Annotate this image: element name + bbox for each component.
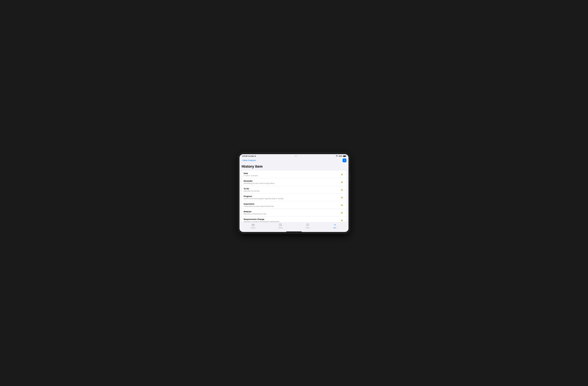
list-item-refactor[interactable]: Refactor Describe a refactoring of code … [242, 209, 346, 217]
lock-icon-refactor: 🔒 [341, 212, 343, 214]
side-button [350, 174, 350, 182]
lock-icon-reminder: 🔒 [341, 181, 343, 183]
svg-point-9 [308, 225, 308, 225]
list-item-subtitle-experiment: A discussion of some experimental code [244, 205, 341, 207]
journal-icon [279, 223, 282, 227]
home-indicator [239, 231, 349, 232]
main-content: History Item Note A note or comment 🔒 › … [239, 163, 349, 222]
list-item-todo[interactable]: To Do Describe a to-do item 🔒 › [242, 186, 346, 194]
home-bar [286, 231, 302, 232]
tab-issues-label: Issues [306, 227, 310, 229]
status-bar-center [294, 156, 297, 156]
back-button-label: Other Features [243, 159, 256, 162]
list-item-content-progress: Progress Used to document progress (typi… [244, 195, 341, 200]
chevron-right-requirements: › [344, 219, 344, 221]
add-icon: + [344, 159, 345, 162]
more-icon [334, 223, 336, 227]
navigation-bar: ‹ Other Features + [239, 158, 349, 163]
dot-1 [294, 156, 295, 156]
list-item-right-requirements: 🔒 › [341, 219, 344, 221]
list-item-content-requirements: Requirements Change Describe a change in… [244, 218, 341, 222]
list-item-subtitle-reminder: Something you don't want to forget about [244, 182, 341, 184]
list-item-subtitle-requirements: Describe a change in the project's requi… [244, 221, 341, 222]
svg-point-11 [335, 224, 336, 225]
tab-more-label: More [334, 227, 336, 229]
tab-more[interactable]: More [321, 223, 349, 229]
tab-issues[interactable]: Issues [294, 223, 321, 229]
lock-icon-note: 🔒 [341, 173, 343, 175]
list-container: Note A note or comment 🔒 › Reminder Some… [242, 171, 346, 222]
chevron-right-reminder: › [344, 181, 344, 183]
tab-journal-label: Journal [278, 227, 283, 229]
tab-projects[interactable]: Projects [239, 223, 267, 229]
dot-2 [295, 156, 296, 156]
list-item-title-experiment: Experiment [244, 203, 341, 205]
tab-bar: Projects Journal [239, 222, 349, 231]
list-item-subtitle-refactor: Describe a refactoring of code [244, 213, 341, 215]
chevron-right-experiment: › [344, 204, 344, 206]
lock-icon-requirements: 🔒 [341, 219, 343, 221]
list-item-subtitle-note: A note or comment [244, 175, 341, 177]
tab-journal[interactable]: Journal [267, 223, 294, 229]
list-item-title-note: Note [244, 172, 341, 174]
list-item-title-requirements: Requirements Change [244, 218, 341, 220]
list-item-right-progress: 🔒 › [341, 196, 344, 198]
lock-icon-todo: 🔒 [341, 189, 343, 191]
list-item-right-refactor: 🔒 › [341, 212, 344, 214]
list-item-right-todo: 🔒 › [341, 189, 344, 191]
list-item-title-todo: To Do [244, 187, 341, 190]
lock-icon-experiment: 🔒 [341, 204, 343, 206]
list-item-subtitle-todo: Describe a to-do item [244, 190, 341, 192]
list-item-note[interactable]: Note A note or comment 🔒 › [242, 171, 346, 178]
list-item-experiment[interactable]: Experiment A discussion of some experime… [242, 201, 346, 209]
date-display: Sun Mar 10 [248, 155, 256, 157]
status-bar-right: 100% [336, 155, 346, 157]
svg-point-7 [308, 225, 309, 226]
projects-icon [252, 223, 254, 227]
svg-point-13 [334, 224, 335, 225]
issues-icon [306, 223, 309, 227]
list-item-title-reminder: Reminder [244, 180, 341, 182]
list-item-title-refactor: Refactor [244, 210, 341, 213]
list-item-reminder[interactable]: Reminder Something you don't want to for… [242, 178, 346, 186]
svg-rect-0 [252, 224, 254, 226]
svg-point-12 [335, 225, 336, 225]
list-item-right-note: 🔒 › [341, 173, 344, 175]
list-item-content-reminder: Reminder Something you don't want to for… [244, 180, 341, 184]
lock-icon-progress: 🔒 [341, 196, 343, 198]
status-bar-left: 3:33 PM Sun Mar 10 [242, 155, 256, 157]
add-button[interactable]: + [342, 159, 346, 162]
battery-percent: 100% [339, 155, 342, 157]
tab-projects-label: Projects [251, 227, 255, 229]
svg-point-5 [308, 224, 309, 224]
list-item-content-refactor: Refactor Describe a refactoring of code [244, 210, 341, 215]
page-title: History Item [242, 163, 346, 171]
list-item-content-experiment: Experiment A discussion of some experime… [244, 203, 341, 207]
list-item-content-note: Note A note or comment [244, 172, 341, 177]
svg-rect-2 [279, 224, 281, 226]
chevron-right-refactor: › [344, 212, 344, 214]
dot-3 [297, 156, 297, 156]
chevron-right-progress: › [344, 196, 344, 198]
back-chevron-icon: ‹ [242, 159, 242, 162]
back-button[interactable]: ‹ Other Features [242, 159, 256, 162]
list-item-progress[interactable]: Progress Used to document progress (typi… [242, 194, 346, 201]
list-item-right-reminder: 🔒 › [341, 181, 344, 183]
list-item-title-progress: Progress [244, 195, 341, 197]
svg-point-6 [307, 225, 307, 226]
list-item-content-todo: To Do Describe a to-do item [244, 187, 341, 192]
time-display: 3:33 PM [242, 155, 248, 157]
battery-indicator [343, 156, 346, 157]
svg-point-4 [307, 224, 307, 224]
status-bar: 3:33 PM Sun Mar 10 100% [239, 154, 349, 158]
list-item-requirements[interactable]: Requirements Change Describe a change in… [242, 217, 346, 222]
device-screen: 3:33 PM Sun Mar 10 100% [239, 154, 349, 232]
device-frame: 3:33 PM Sun Mar 10 100% [238, 153, 350, 233]
chevron-right-todo: › [344, 189, 344, 191]
chevron-right-note: › [344, 173, 344, 175]
list-item-right-experiment: 🔒 › [341, 204, 344, 206]
list-item-subtitle-progress: Used to document progress (typically dai… [244, 198, 341, 200]
wifi-icon [336, 155, 338, 157]
